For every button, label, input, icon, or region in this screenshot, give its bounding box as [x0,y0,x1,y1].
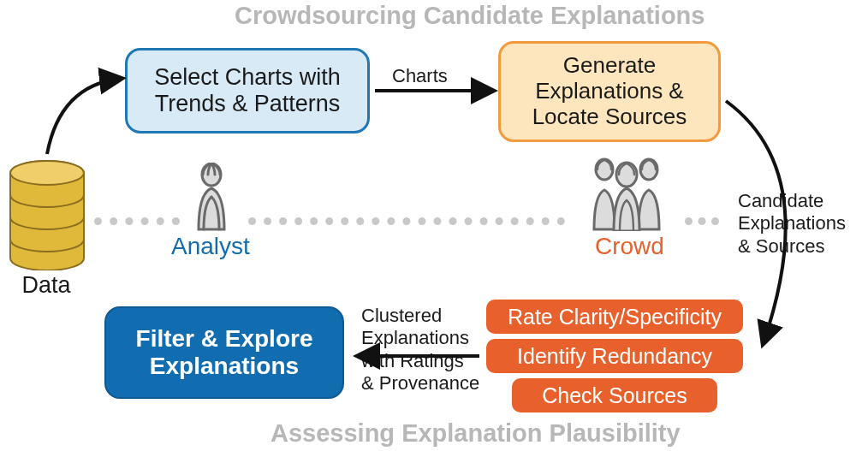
node-filter-explore: Filter & Explore Explanations [104,306,344,399]
crowd-label: Crowd [595,233,664,260]
node-rate-clarity-label: Rate Clarity/Specificity [508,305,722,329]
node-identify-redundancy: Identify Redundancy [486,339,743,373]
node-check-sources-label: Check Sources [542,383,687,408]
edge-label-charts: Charts [392,65,448,87]
edge-label-candidate: Candidate Explanations & Sources [738,190,846,258]
crowd-icon [575,156,678,231]
data-label: Data [21,272,72,299]
divider-dotted-left [94,217,180,225]
node-generate-explanations-label: Generate Explanations & Locate Sources [532,53,687,130]
node-check-sources: Check Sources [512,378,717,412]
title-bottom: Assessing Explanation Plausibility [271,419,681,448]
node-filter-explore-label: Filter & Explore Explanations [136,325,313,380]
analyst-icon [188,163,235,231]
divider-dotted-right [685,217,719,225]
analyst-label: Analyst [171,233,250,260]
svg-point-1 [10,161,84,185]
node-generate-explanations: Generate Explanations & Locate Sources [498,41,721,142]
title-top: Crowdsourcing Candidate Explanations [235,2,705,30]
diagram-canvas: Crowdsourcing Candidate Explanations Ass… [0,0,868,451]
node-select-charts-label: Select Charts with Trends & Patterns [154,64,341,117]
divider-dotted-mid [248,217,565,225]
node-rate-clarity: Rate Clarity/Specificity [486,300,743,334]
database-icon [7,159,87,274]
edge-label-clustered: Clustered Explanations with Ratings & Pr… [361,305,479,395]
node-select-charts: Select Charts with Trends & Patterns [125,48,370,134]
node-identify-redundancy-label: Identify Redundancy [517,344,712,369]
